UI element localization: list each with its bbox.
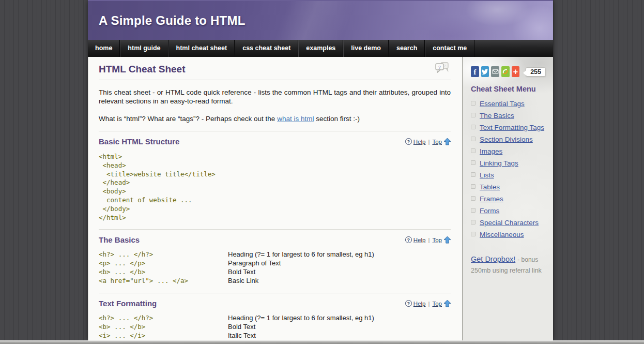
help-icon: ? — [405, 138, 412, 145]
cheat-sheet-menu: Essential Tags The Basics Text Formattin… — [471, 99, 546, 240]
sidebar-item-tables: Tables — [471, 183, 546, 192]
tag-description: Bold Text — [228, 323, 255, 332]
sidebar-item-text-formatting-tags: Text Formatting Tags — [471, 123, 546, 132]
sidebar: f + 255 Cheat Sheet Menu Essen — [462, 57, 553, 340]
top-link[interactable]: Top — [432, 301, 442, 307]
top-link[interactable]: Top — [432, 237, 442, 243]
sidebar-item-miscellaneous: Miscellaneous — [471, 230, 546, 240]
tag-row: <b> ... </b> Bold Text — [99, 323, 451, 332]
bullet-icon — [471, 160, 476, 165]
sidebar-item-special-characters: Special Characters — [471, 218, 546, 228]
bullet-icon — [471, 113, 476, 117]
sidebar-item-essential-tags: Essential Tags — [471, 99, 546, 109]
help-link[interactable]: Help — [413, 301, 426, 307]
intro-question-paragraph: What is “html”? What are “tags”? - Perha… — [99, 114, 451, 123]
code-block-basic-structure: <html> <head> <title>website title</titl… — [99, 153, 451, 222]
sidebar-item-the-basics: The Basics — [471, 111, 546, 121]
bullet-icon — [471, 196, 476, 201]
bullet-icon — [471, 101, 476, 106]
sidebar-link[interactable]: Essential Tags — [480, 99, 525, 109]
sidebar-item-section-divisions: Section Divisions — [471, 135, 546, 144]
section-basic-html-structure: Basic HTML Structure ? Help | Top <html>… — [99, 131, 451, 222]
comments-icon[interactable]: ? ? — [434, 62, 450, 76]
nav-item-live-demo[interactable]: live demo — [343, 40, 389, 57]
tag-table: <h?> ... </h?> Heading (?= 1 for largest… — [99, 314, 451, 340]
facebook-icon[interactable]: f — [471, 66, 479, 77]
title-divider — [99, 80, 451, 80]
bullet-icon — [471, 184, 476, 189]
twitter-icon[interactable] — [481, 66, 489, 77]
tag-row: <h?> ... </h?> Heading (?= 1 for largest… — [99, 250, 451, 259]
page-title: HTML Cheat Sheet — [99, 64, 451, 75]
dropbox-bonus-text: - bonus — [517, 256, 538, 263]
dropbox-promo: Get Dropbox!- bonus 250mb using referral… — [471, 255, 546, 274]
sidebar-link[interactable]: Miscellaneous — [480, 230, 524, 240]
sidebar-item-linking-tags: Linking Tags — [471, 159, 546, 168]
sidebar-link[interactable]: Section Divisions — [480, 135, 533, 144]
bullet-icon — [471, 208, 476, 213]
sidebar-link[interactable]: The Basics — [480, 111, 514, 121]
top-arrow-icon[interactable] — [444, 236, 451, 245]
top-link[interactable]: Top — [432, 139, 442, 145]
tag-description: Heading (?= 1 for largest to 6 for small… — [228, 250, 374, 259]
tag-description: Heading (?= 1 for largest to 6 for small… — [228, 314, 374, 323]
sidebar-menu-title: Cheat Sheet Menu — [471, 85, 546, 93]
bullet-icon — [471, 125, 476, 129]
top-arrow-icon[interactable] — [444, 300, 451, 308]
sidebar-link[interactable]: Linking Tags — [480, 159, 518, 168]
tag-row: <b> ... </b> Bold Text — [99, 268, 451, 277]
tag-code: <b> ... </b> — [99, 323, 228, 332]
tag-row: <h?> ... </h?> Heading (?= 1 for largest… — [99, 314, 451, 323]
tag-code: <h?> ... </h?> — [99, 314, 228, 323]
help-link[interactable]: Help — [413, 237, 426, 243]
section-text-formatting: Text Formatting ? Help | Top <h?> ... </… — [99, 293, 451, 340]
sidebar-item-frames: Frames — [471, 195, 546, 204]
share-buttons: f + 255 — [471, 66, 546, 77]
help-link[interactable]: Help — [413, 139, 426, 145]
sidebar-link[interactable]: Images — [480, 147, 502, 156]
main-content: HTML Cheat Sheet ? ? — [88, 57, 462, 340]
share-count-badge: 255 — [526, 67, 546, 77]
tag-description: Paragraph of Text — [228, 259, 281, 268]
get-dropbox-link[interactable]: Get Dropbox! — [471, 255, 515, 263]
tag-table: <h?> ... </h?> Heading (?= 1 for largest… — [99, 250, 451, 286]
bullet-icon — [471, 232, 476, 236]
svg-text:?: ? — [438, 65, 441, 70]
section-heading: Text Formatting — [99, 299, 157, 308]
help-icon: ? — [405, 300, 412, 307]
site-header: A Simple Guide to HTML — [88, 0, 553, 40]
sidebar-link[interactable]: Special Characters — [480, 218, 539, 228]
sidebar-link[interactable]: Frames — [480, 195, 503, 204]
sidebar-link[interactable]: Forms — [480, 206, 499, 216]
nav-item-search[interactable]: search — [389, 40, 425, 57]
what-is-html-link[interactable]: what is html — [277, 115, 314, 123]
nav-item-css-cheat-sheet[interactable]: css cheat sheet — [235, 40, 298, 57]
window-bottom-edge — [0, 340, 644, 344]
share-swirl-icon[interactable] — [501, 66, 510, 77]
sidebar-item-forms: Forms — [471, 206, 546, 216]
dropbox-referral-text: 250mb using referral link — [471, 267, 546, 274]
help-icon: ? — [405, 236, 412, 243]
tag-code: <h?> ... </h?> — [99, 250, 228, 259]
tag-row: <p> ... </p> Paragraph of Text — [99, 259, 451, 268]
site-title: A Simple Guide to HTML — [99, 13, 246, 28]
sidebar-item-images: Images — [471, 147, 546, 156]
tag-description: Basic Link — [228, 277, 258, 286]
tag-row: <a href="url"> ... </a> Basic Link — [99, 277, 451, 286]
nav-item-contact-me[interactable]: contact me — [425, 40, 474, 57]
sidebar-link[interactable]: Lists — [480, 171, 494, 180]
top-arrow-icon[interactable] — [444, 138, 451, 146]
intro-paragraph: This cheat sheet - or HTML code quick re… — [99, 88, 451, 106]
intro-question-after: section first :-) — [314, 115, 360, 123]
share-plus-icon[interactable]: + — [512, 66, 520, 77]
tag-description: Bold Text — [228, 268, 255, 277]
nav-item-html-cheat-sheet[interactable]: html cheat sheet — [168, 40, 235, 57]
tag-description: Italic Text — [228, 332, 256, 340]
email-icon[interactable] — [491, 66, 499, 77]
nav-item-html-guide[interactable]: html guide — [120, 40, 168, 57]
section-heading: Basic HTML Structure — [99, 137, 179, 146]
sidebar-link[interactable]: Text Formatting Tags — [480, 123, 544, 132]
nav-item-home[interactable]: home — [88, 40, 120, 57]
nav-item-examples[interactable]: examples — [298, 40, 343, 57]
sidebar-link[interactable]: Tables — [480, 183, 500, 192]
